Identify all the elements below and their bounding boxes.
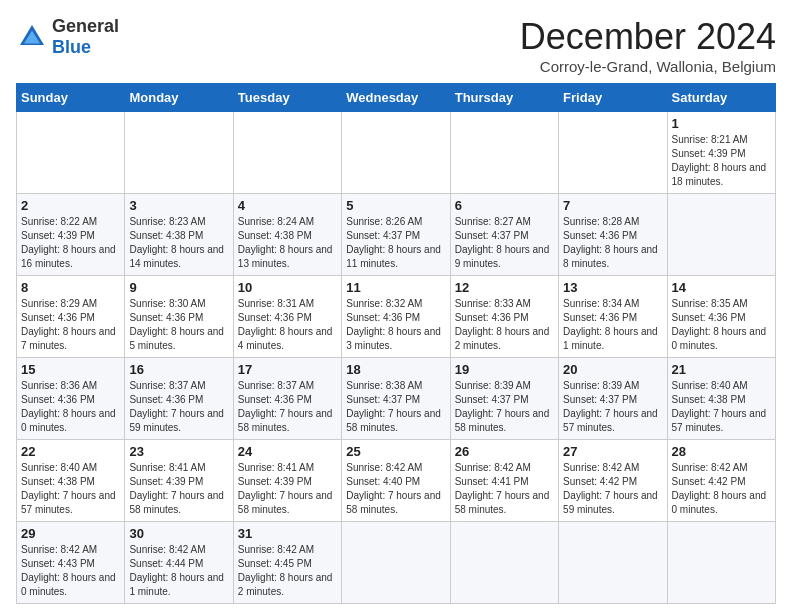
day-number: 2 — [21, 198, 120, 213]
calendar-cell — [17, 112, 125, 194]
day-info: Sunrise: 8:34 AMSunset: 4:36 PMDaylight:… — [563, 297, 662, 353]
day-number: 28 — [672, 444, 771, 459]
day-info: Sunrise: 8:22 AMSunset: 4:39 PMDaylight:… — [21, 215, 120, 271]
month-title: December 2024 — [520, 16, 776, 58]
week-row-4: 15Sunrise: 8:36 AMSunset: 4:36 PMDayligh… — [17, 358, 776, 440]
calendar-cell: 5Sunrise: 8:26 AMSunset: 4:37 PMDaylight… — [342, 194, 450, 276]
day-number: 10 — [238, 280, 337, 295]
calendar-cell: 22Sunrise: 8:40 AMSunset: 4:38 PMDayligh… — [17, 440, 125, 522]
day-number: 22 — [21, 444, 120, 459]
day-info: Sunrise: 8:41 AMSunset: 4:39 PMDaylight:… — [129, 461, 228, 517]
week-row-3: 8Sunrise: 8:29 AMSunset: 4:36 PMDaylight… — [17, 276, 776, 358]
day-info: Sunrise: 8:42 AMSunset: 4:44 PMDaylight:… — [129, 543, 228, 599]
calendar-cell: 30Sunrise: 8:42 AMSunset: 4:44 PMDayligh… — [125, 522, 233, 604]
day-number: 9 — [129, 280, 228, 295]
calendar-cell: 9Sunrise: 8:30 AMSunset: 4:36 PMDaylight… — [125, 276, 233, 358]
day-info: Sunrise: 8:30 AMSunset: 4:36 PMDaylight:… — [129, 297, 228, 353]
calendar-cell: 28Sunrise: 8:42 AMSunset: 4:42 PMDayligh… — [667, 440, 775, 522]
day-number: 7 — [563, 198, 662, 213]
day-number: 6 — [455, 198, 554, 213]
calendar-cell — [667, 522, 775, 604]
day-info: Sunrise: 8:24 AMSunset: 4:38 PMDaylight:… — [238, 215, 337, 271]
day-number: 15 — [21, 362, 120, 377]
week-row-1: 1Sunrise: 8:21 AMSunset: 4:39 PMDaylight… — [17, 112, 776, 194]
calendar-body: 1Sunrise: 8:21 AMSunset: 4:39 PMDaylight… — [17, 112, 776, 604]
calendar-cell: 3Sunrise: 8:23 AMSunset: 4:38 PMDaylight… — [125, 194, 233, 276]
header-row: SundayMondayTuesdayWednesdayThursdayFrid… — [17, 84, 776, 112]
day-info: Sunrise: 8:42 AMSunset: 4:42 PMDaylight:… — [563, 461, 662, 517]
calendar-cell — [450, 112, 558, 194]
day-info: Sunrise: 8:37 AMSunset: 4:36 PMDaylight:… — [129, 379, 228, 435]
calendar-cell — [342, 522, 450, 604]
calendar-cell — [233, 112, 341, 194]
day-info: Sunrise: 8:32 AMSunset: 4:36 PMDaylight:… — [346, 297, 445, 353]
day-number: 21 — [672, 362, 771, 377]
calendar-cell: 12Sunrise: 8:33 AMSunset: 4:36 PMDayligh… — [450, 276, 558, 358]
day-info: Sunrise: 8:21 AMSunset: 4:39 PMDaylight:… — [672, 133, 771, 189]
day-info: Sunrise: 8:39 AMSunset: 4:37 PMDaylight:… — [563, 379, 662, 435]
location-title: Corroy-le-Grand, Wallonia, Belgium — [520, 58, 776, 75]
calendar-cell — [450, 522, 558, 604]
header-day-wednesday: Wednesday — [342, 84, 450, 112]
header-day-monday: Monday — [125, 84, 233, 112]
calendar-cell: 13Sunrise: 8:34 AMSunset: 4:36 PMDayligh… — [559, 276, 667, 358]
day-number: 3 — [129, 198, 228, 213]
day-number: 23 — [129, 444, 228, 459]
day-number: 30 — [129, 526, 228, 541]
day-info: Sunrise: 8:42 AMSunset: 4:45 PMDaylight:… — [238, 543, 337, 599]
logo-general: General — [52, 16, 119, 36]
calendar-cell: 11Sunrise: 8:32 AMSunset: 4:36 PMDayligh… — [342, 276, 450, 358]
calendar-cell: 4Sunrise: 8:24 AMSunset: 4:38 PMDaylight… — [233, 194, 341, 276]
day-number: 19 — [455, 362, 554, 377]
day-info: Sunrise: 8:33 AMSunset: 4:36 PMDaylight:… — [455, 297, 554, 353]
logo-blue: Blue — [52, 37, 91, 57]
day-number: 26 — [455, 444, 554, 459]
calendar-cell: 2Sunrise: 8:22 AMSunset: 4:39 PMDaylight… — [17, 194, 125, 276]
day-info: Sunrise: 8:37 AMSunset: 4:36 PMDaylight:… — [238, 379, 337, 435]
day-number: 5 — [346, 198, 445, 213]
calendar-cell — [125, 112, 233, 194]
week-row-6: 29Sunrise: 8:42 AMSunset: 4:43 PMDayligh… — [17, 522, 776, 604]
day-number: 24 — [238, 444, 337, 459]
header-day-friday: Friday — [559, 84, 667, 112]
day-info: Sunrise: 8:28 AMSunset: 4:36 PMDaylight:… — [563, 215, 662, 271]
logo-icon — [16, 21, 48, 53]
day-info: Sunrise: 8:38 AMSunset: 4:37 PMDaylight:… — [346, 379, 445, 435]
day-number: 12 — [455, 280, 554, 295]
header-day-saturday: Saturday — [667, 84, 775, 112]
day-info: Sunrise: 8:29 AMSunset: 4:36 PMDaylight:… — [21, 297, 120, 353]
day-number: 20 — [563, 362, 662, 377]
day-info: Sunrise: 8:36 AMSunset: 4:36 PMDaylight:… — [21, 379, 120, 435]
calendar-cell: 27Sunrise: 8:42 AMSunset: 4:42 PMDayligh… — [559, 440, 667, 522]
calendar-header: SundayMondayTuesdayWednesdayThursdayFrid… — [17, 84, 776, 112]
calendar-cell: 19Sunrise: 8:39 AMSunset: 4:37 PMDayligh… — [450, 358, 558, 440]
calendar-cell — [667, 194, 775, 276]
day-number: 14 — [672, 280, 771, 295]
header-day-tuesday: Tuesday — [233, 84, 341, 112]
day-info: Sunrise: 8:40 AMSunset: 4:38 PMDaylight:… — [672, 379, 771, 435]
calendar-cell: 6Sunrise: 8:27 AMSunset: 4:37 PMDaylight… — [450, 194, 558, 276]
day-info: Sunrise: 8:42 AMSunset: 4:41 PMDaylight:… — [455, 461, 554, 517]
calendar-cell — [559, 522, 667, 604]
day-info: Sunrise: 8:42 AMSunset: 4:43 PMDaylight:… — [21, 543, 120, 599]
calendar-cell: 7Sunrise: 8:28 AMSunset: 4:36 PMDaylight… — [559, 194, 667, 276]
day-number: 11 — [346, 280, 445, 295]
calendar-cell: 8Sunrise: 8:29 AMSunset: 4:36 PMDaylight… — [17, 276, 125, 358]
calendar-cell: 24Sunrise: 8:41 AMSunset: 4:39 PMDayligh… — [233, 440, 341, 522]
day-number: 13 — [563, 280, 662, 295]
calendar-cell: 26Sunrise: 8:42 AMSunset: 4:41 PMDayligh… — [450, 440, 558, 522]
calendar-cell: 10Sunrise: 8:31 AMSunset: 4:36 PMDayligh… — [233, 276, 341, 358]
calendar-cell: 29Sunrise: 8:42 AMSunset: 4:43 PMDayligh… — [17, 522, 125, 604]
calendar-cell: 25Sunrise: 8:42 AMSunset: 4:40 PMDayligh… — [342, 440, 450, 522]
calendar-cell: 21Sunrise: 8:40 AMSunset: 4:38 PMDayligh… — [667, 358, 775, 440]
day-info: Sunrise: 8:42 AMSunset: 4:42 PMDaylight:… — [672, 461, 771, 517]
day-info: Sunrise: 8:26 AMSunset: 4:37 PMDaylight:… — [346, 215, 445, 271]
day-info: Sunrise: 8:35 AMSunset: 4:36 PMDaylight:… — [672, 297, 771, 353]
header-day-sunday: Sunday — [17, 84, 125, 112]
week-row-5: 22Sunrise: 8:40 AMSunset: 4:38 PMDayligh… — [17, 440, 776, 522]
calendar-cell: 31Sunrise: 8:42 AMSunset: 4:45 PMDayligh… — [233, 522, 341, 604]
day-info: Sunrise: 8:42 AMSunset: 4:40 PMDaylight:… — [346, 461, 445, 517]
day-number: 16 — [129, 362, 228, 377]
calendar-cell: 16Sunrise: 8:37 AMSunset: 4:36 PMDayligh… — [125, 358, 233, 440]
week-row-2: 2Sunrise: 8:22 AMSunset: 4:39 PMDaylight… — [17, 194, 776, 276]
